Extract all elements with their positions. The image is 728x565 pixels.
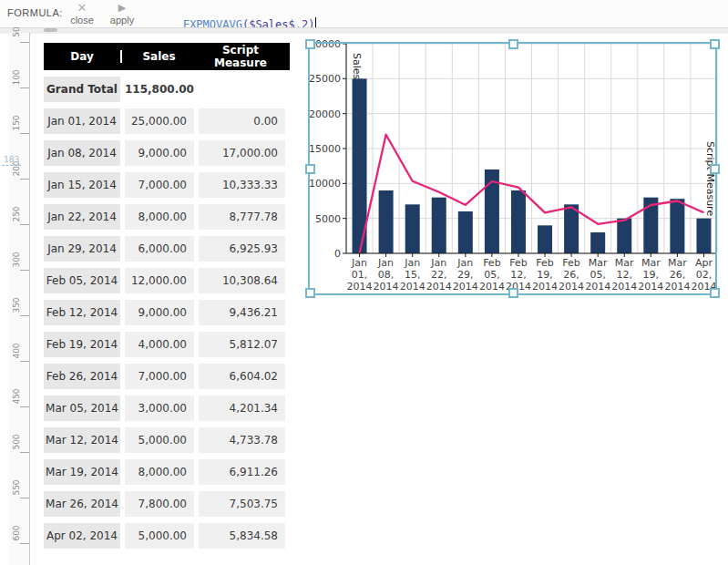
row-label-day[interactable]: Mar 12, 2014 [44,427,120,453]
cell-script-measure-value[interactable]: 10,333.33 [199,172,285,198]
cell-script-measure-value[interactable]: 6,911.26 [199,459,285,485]
cell-sales-value[interactable]: 7,000.00 [125,364,194,389]
x-axis-category-label: Jan01,2014 [347,257,373,293]
cell-script-measure-value[interactable]: 4,201.34 [199,396,285,421]
cell-script-measure-value[interactable]: 4,733.78 [199,427,285,453]
column-header-sales[interactable]: Sales [122,50,196,63]
x-axis-category-label: Mar26,2014 [664,257,690,293]
ruler-tick [20,452,29,453]
cell-script-measure-value[interactable]: 9,436.21 [199,300,285,325]
ruler-tick-label: 150 [12,113,21,133]
ruler-tick-label: 600 [12,523,21,543]
chart-canvas[interactable]: 050001000015000200002500030000Jan01,2014… [301,30,728,303]
cell-sales-value[interactable]: 7,000.00 [125,172,194,198]
selection-handle-bottom-right[interactable] [710,288,720,298]
series-label-script-measure: Script Measure [704,141,716,216]
row-label-day[interactable]: Jan 29, 2014 [44,236,120,262]
cell-sales-value[interactable]: 7,800.00 [125,491,194,517]
row-label-day[interactable]: Feb 19, 2014 [44,332,120,357]
row-label-day[interactable]: Feb 12, 2014 [44,300,120,325]
cell-sales-value[interactable]: 5,000.00 [125,523,194,549]
column-header-day[interactable]: Day [44,50,122,63]
ruler-tick-label: 500 [12,432,21,452]
ruler-tick [20,179,29,180]
bar-sales[interactable] [511,190,526,253]
selection-handle-middle-right[interactable] [710,164,720,174]
cell-script-measure-value[interactable]: 5,834.58 [199,523,285,549]
bar-sales[interactable] [405,204,420,253]
row-label-day[interactable]: Jan 22, 2014 [44,204,120,230]
close-button[interactable]: ✕ close [62,1,102,26]
x-axis-category-label: Jan22,2014 [426,257,452,293]
x-axis-category-label: Jan29,2014 [453,257,478,293]
cell-script-measure-value[interactable]: 17,000.00 [199,140,285,166]
bar-sales[interactable] [617,219,631,253]
cell-script-measure-value[interactable]: 6,925.93 [199,236,285,262]
combo-chart[interactable]: 050001000015000200002500030000Jan01,2014… [301,30,728,313]
cell-sales-value[interactable]: 9,000.00 [125,300,194,325]
bar-sales[interactable] [696,219,711,253]
row-label-day[interactable]: Jan 08, 2014 [44,140,120,166]
bar-sales[interactable] [564,204,579,253]
bar-sales[interactable] [590,232,605,253]
row-label-day[interactable]: Feb 05, 2014 [44,268,120,293]
cell-sales-value[interactable]: 25,000.00 [125,108,194,134]
close-button-label: close [62,15,102,26]
apply-button[interactable]: ▶ apply [102,1,142,26]
row-label-day[interactable]: Mar 05, 2014 [44,396,120,421]
ruler-tick [20,42,29,43]
ruler-tick [20,543,29,544]
y-axis-tick-label: 5000 [315,213,341,225]
crosstab-table[interactable]: Day Sales Script Measure Grand Total115,… [44,43,290,549]
y-axis-tick-label: 15000 [309,143,341,155]
ruler-tick-label: 300 [12,250,21,270]
ruler-tick-label: 50 [12,22,21,42]
ruler-tick [20,315,29,316]
cell-script-measure-value[interactable]: 6,604.02 [199,364,285,389]
cell-script-measure-value[interactable]: 7,503.75 [199,491,285,517]
y-axis-tick-label: 10000 [309,178,341,190]
table-header-row: Day Sales Script Measure [44,43,290,70]
selection-handle-top-middle[interactable] [508,39,518,49]
ruler-tick-label: 250 [12,204,21,224]
row-label-day[interactable]: Jan 15, 2014 [44,172,120,198]
apply-button-label: apply [102,15,142,26]
row-label-day[interactable]: Feb 26, 2014 [44,364,120,389]
row-label-day[interactable]: Apr 02, 2014 [44,523,120,549]
ruler-position-indicator: 183 [2,155,21,166]
cell-sales-value[interactable]: 5,000.00 [125,427,194,453]
selection-handle-bottom-middle[interactable] [508,288,518,298]
cell-sales-value[interactable]: 8,000.00 [125,204,194,230]
series-label-sales: Sales [351,53,363,80]
cell-sales-value[interactable]: 8,000.00 [125,459,194,485]
formula-input[interactable]: EXPMOVAVG($Sales$,2) [157,5,316,23]
selection-handle-top-left[interactable] [305,39,315,49]
bar-sales[interactable] [538,225,552,253]
bar-sales[interactable] [432,198,446,253]
x-axis-category-label: Mar05,2014 [585,257,610,293]
column-header-script-measure[interactable]: Script Measure [196,44,285,69]
selection-handle-middle-left[interactable] [305,164,315,174]
cell-sales-value[interactable]: 12,000.00 [125,268,194,293]
cell-sales-value[interactable]: 6,000.00 [125,236,194,262]
ruler-tick [20,87,29,88]
cell-script-measure-value[interactable]: 10,308.64 [199,268,285,293]
cell-script-measure-value[interactable]: 0.00 [199,108,285,134]
cell-sales-value[interactable]: 3,000.00 [125,396,194,421]
row-label-day[interactable]: Mar 26, 2014 [44,491,120,517]
cell-script-measure-value[interactable]: 8,777.78 [199,204,285,230]
cell-sales-grand-total[interactable]: 115,800.00 [125,77,194,102]
cell-sales-value[interactable]: 9,000.00 [125,140,194,166]
bar-sales[interactable] [379,190,394,253]
selection-handle-top-right[interactable] [710,39,720,49]
row-label-day[interactable]: Jan 01, 2014 [44,108,120,134]
bar-sales[interactable] [670,199,684,253]
ruler-tick [20,361,29,362]
row-label-day[interactable]: Mar 19, 2014 [44,459,120,485]
selection-handle-bottom-left[interactable] [305,288,315,298]
bar-sales[interactable] [458,211,473,253]
cell-script-grand-total[interactable] [199,77,285,102]
cell-script-measure-value[interactable]: 5,812.07 [199,332,285,357]
row-label-grand-total[interactable]: Grand Total [44,77,120,102]
cell-sales-value[interactable]: 4,000.00 [125,332,194,357]
